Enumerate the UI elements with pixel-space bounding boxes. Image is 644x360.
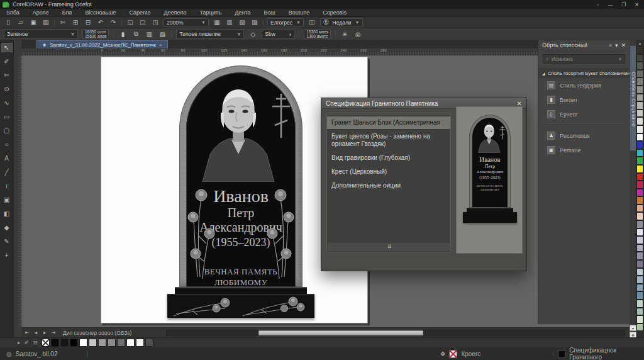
docker-item-0[interactable]: ▤Стиль геодэрия — [538, 78, 630, 93]
export-icon[interactable]: ◲ — [138, 18, 147, 27]
color-swatch-6[interactable] — [636, 94, 643, 102]
line-tool[interactable]: ╱ — [1, 167, 13, 177]
color-swatch-27[interactable] — [636, 260, 643, 268]
outline-color-swatch[interactable] — [449, 350, 457, 358]
snap-settings-icon[interactable]: ✳ — [340, 30, 349, 38]
page-settings-icon[interactable]: ▥ — [145, 30, 153, 38]
doc-color-swatch-11[interactable] — [145, 339, 153, 347]
fill-tool[interactable]: ◆ — [1, 223, 13, 232]
horizontal-scrollbar[interactable] — [166, 330, 625, 336]
color-swatch-25[interactable] — [636, 244, 643, 252]
color-swatch-26[interactable] — [636, 252, 643, 260]
color-swatch-28[interactable] — [636, 268, 643, 276]
first-page-icon[interactable]: ⇤ — [24, 330, 30, 335]
doc-color-swatch-3[interactable] — [70, 339, 78, 347]
paper-landscape-icon[interactable]: ⧉ — [131, 30, 140, 38]
palette-options-icon[interactable]: ⊟ — [33, 340, 38, 346]
menu-item-10[interactable]: Сореовis — [323, 9, 347, 16]
color-swatch-33[interactable] — [636, 308, 643, 316]
no-color-swatch[interactable] — [42, 339, 50, 347]
color-swatch-8[interactable] — [636, 110, 643, 118]
menu-item-7[interactable]: Дента — [235, 9, 250, 16]
color-swatch-29[interactable] — [636, 276, 643, 284]
polyline-tool[interactable]: ≀ — [1, 181, 13, 191]
object-position-fields[interactable]: 16050 ссон 15630 алов — [82, 30, 109, 39]
color-swatch-18[interactable] — [636, 189, 643, 197]
color-swatch-1[interactable] — [636, 54, 643, 62]
monument-artwork[interactable]: Иванов Петр Александрович (1955–2023) ВЕ… — [167, 65, 314, 318]
color-swatch-35[interactable] — [636, 323, 643, 332]
view-rulers-icon[interactable]: ▧ — [238, 18, 247, 27]
color-swatch-12[interactable] — [636, 141, 643, 149]
cut-icon[interactable]: ✄ — [58, 18, 67, 27]
spec-list-item-3[interactable]: Крест (Церковный) — [327, 166, 450, 178]
color-swatch-20[interactable] — [636, 205, 643, 213]
doc-color-swatch-9[interactable] — [126, 339, 135, 347]
print-icon[interactable]: ▤ — [42, 18, 50, 27]
object-size-fields[interactable]: 15300 мнеs 1300 амотс — [304, 30, 331, 39]
color-swatch-11[interactable] — [636, 133, 643, 142]
docker-close-icon[interactable]: ✕ — [621, 42, 626, 48]
color-swatch-15[interactable] — [636, 165, 643, 173]
import-icon[interactable]: ◱ — [126, 18, 135, 27]
palette-edit-icon[interactable]: ✐ — [25, 340, 29, 346]
menu-item-6[interactable]: Тарципь — [199, 9, 221, 16]
doc-color-swatch-4[interactable] — [79, 339, 87, 347]
menu-item-9[interactable]: Boutune — [289, 9, 310, 16]
mesh-tool[interactable]: ◧ — [1, 209, 13, 218]
doc-color-swatch-5[interactable] — [89, 339, 97, 347]
menu-item-1[interactable]: Аропе — [33, 9, 49, 16]
color-swatch-4[interactable] — [636, 77, 643, 86]
units-select[interactable]: Тепоее пишелие ▼ — [176, 30, 244, 39]
specification-list[interactable]: Гранит Шаньси Блэк (АссиметричнаяБукет ц… — [326, 114, 451, 252]
color-swatch-16[interactable] — [636, 173, 643, 181]
color-swatch-5[interactable] — [636, 86, 643, 94]
color-swatch-24[interactable] — [636, 236, 643, 244]
zoom-tool[interactable]: ⊙ — [1, 84, 13, 94]
pin-icon[interactable]: ▫ — [597, 2, 599, 8]
doc-color-swatch-1[interactable] — [51, 339, 59, 347]
paste-icon[interactable]: ⊟ — [84, 18, 92, 27]
color-swatch-31[interactable] — [636, 291, 643, 300]
doc-color-swatch-6[interactable] — [98, 339, 106, 347]
color-swatch-32[interactable] — [636, 300, 643, 308]
doc-color-swatch-7[interactable] — [108, 339, 116, 347]
freehand-tool[interactable]: ∿ — [1, 98, 13, 108]
color-swatch-21[interactable] — [636, 212, 643, 220]
add-tool[interactable]: + — [1, 250, 13, 260]
ellipse-tool[interactable]: ○ — [1, 140, 13, 149]
view-guides-icon[interactable]: ▨ — [250, 18, 259, 27]
docker-section-header[interactable]: ◢ Споль госоргия Букет сположенчиный — [538, 68, 630, 78]
document-tab[interactable]: ★ Sarstov_v_31.00.2022_МезноеПЄ_Памятонч… — [36, 40, 168, 48]
vertical-scroll-down-button[interactable]: ▾ — [630, 325, 636, 331]
publish-select[interactable]: Ⓑ Недали ▼ — [320, 18, 363, 26]
color-swatch-3[interactable] — [636, 70, 643, 78]
color-swatch-9[interactable] — [636, 117, 643, 125]
color-swatch-13[interactable] — [636, 149, 643, 157]
treat-as-filled-icon[interactable]: ◎ — [353, 30, 362, 38]
preset-select[interactable]: Зеленое ▼ — [4, 30, 78, 39]
new-document-icon[interactable]: ▯ — [4, 18, 13, 27]
spec-list-item-0[interactable]: Гранит Шаньси Блэк (Ассиметричная — [327, 116, 450, 129]
menu-item-4[interactable]: Сарente — [129, 9, 150, 16]
spec-list-item-4[interactable]: Дополнительные оиции — [327, 179, 450, 192]
specification-dialog[interactable]: Спецификация Гранитного Памятника ✕ Гран… — [321, 98, 527, 271]
dialog-close-icon[interactable]: ✕ — [517, 100, 522, 107]
menu-item-2[interactable]: Бпа — [62, 9, 72, 16]
menu-item-0[interactable]: Sпба — [6, 9, 19, 16]
full-screen-icon[interactable]: ▦ — [213, 18, 221, 27]
open-icon[interactable]: ▱ — [16, 18, 25, 27]
color-swatch-7[interactable] — [636, 101, 643, 110]
undo-icon[interactable]: ↶ — [96, 18, 105, 27]
nudge-icon[interactable]: ◇ — [248, 30, 257, 38]
last-page-icon[interactable]: ⇥ — [50, 330, 57, 335]
previous-page-icon[interactable]: ◂ — [33, 330, 39, 335]
docker-item-2[interactable]: ▯Еунесг — [538, 107, 630, 121]
list-scroll-down-button[interactable]: ⇊ — [328, 243, 451, 251]
next-page-icon[interactable]: ▸ — [42, 330, 48, 335]
crop-tool[interactable]: ✄ — [1, 70, 13, 80]
color-swatch-17[interactable] — [636, 181, 643, 189]
doc-color-swatch-8[interactable] — [117, 339, 125, 347]
vertical-ruler[interactable] — [14, 55, 21, 327]
close-icon[interactable]: ✕ — [635, 2, 639, 8]
